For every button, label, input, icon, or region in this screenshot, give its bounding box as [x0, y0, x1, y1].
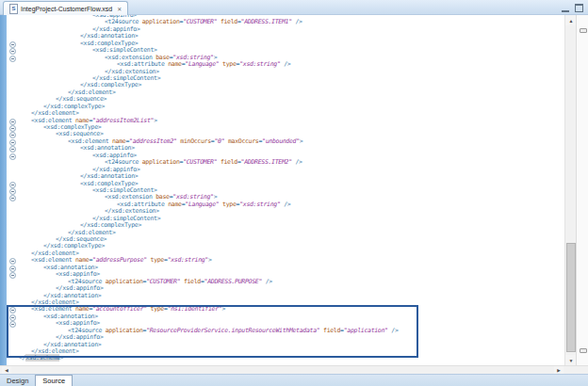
scroll-left-button[interactable]: ◀ [2, 366, 11, 374]
code-line[interactable]: <xsd:simpleContent> [0, 187, 564, 194]
code-line[interactable]: <xsd:simpleContent> [0, 47, 564, 54]
code-line[interactable]: </xsd:complexType> [0, 243, 564, 249]
scrollbar-thumb[interactable] [566, 243, 576, 352]
code-line[interactable]: </xsd:schema> [0, 355, 564, 362]
code-line[interactable]: <xsd:attribute name="Language" type="xsd… [0, 201, 564, 208]
scroll-down-icon: ▼ [569, 358, 574, 363]
code-line[interactable]: <xsd:annotation> [0, 145, 564, 152]
window-controls [562, 4, 583, 12]
code-line[interactable]: <xsd:complexType> [0, 181, 564, 187]
code-line[interactable]: <t24source application="CUSTOMER" field=… [0, 159, 564, 166]
bottom-tab-bar: Design Source [0, 374, 588, 386]
tab-source[interactable]: Source [35, 375, 73, 386]
code-line[interactable]: <xsd:attribute name="Language" type="xsd… [0, 61, 564, 68]
annotation-marker[interactable] [580, 28, 587, 33]
code-line[interactable]: </xsd:extension> [0, 69, 564, 75]
vertical-scrollbar[interactable]: ▲ ▼ [564, 15, 576, 365]
scroll-right-button[interactable]: ▶ [554, 366, 564, 374]
code-line[interactable]: <xsd:complexType> [0, 40, 564, 47]
code-line[interactable]: </xsd:element> [0, 348, 564, 355]
xsd-file-icon: S [9, 4, 18, 14]
maximize-icon[interactable] [575, 4, 583, 12]
scroll-left-icon: ◀ [5, 368, 8, 373]
xml-editor-window: S IntegProject-CustomerFlow.xsd ✕ <xsd:a… [0, 0, 588, 386]
code-line[interactable]: </xsd:complexType> [0, 104, 564, 110]
tab-title: IntegProject-CustomerFlow.xsd [21, 6, 112, 12]
horizontal-scrollbar[interactable]: ◀ ▶ [0, 365, 588, 374]
code-line[interactable]: <t24source application="CUSTOMER" field=… [0, 19, 564, 25]
close-icon[interactable]: ✕ [117, 6, 122, 12]
editor-area[interactable]: <xsd:appinfo><t24source application="CUS… [0, 15, 564, 365]
code-area[interactable]: <xsd:appinfo><t24source application="CUS… [0, 15, 564, 362]
overview-ruler [576, 15, 588, 365]
minimize-icon[interactable] [562, 4, 569, 12]
scroll-right-icon: ▶ [557, 368, 560, 373]
editor-tab-bar: S IntegProject-CustomerFlow.xsd ✕ [0, 0, 588, 15]
tab-design[interactable]: Design [0, 375, 35, 386]
code-line[interactable]: </xsd:annotation> [0, 293, 564, 299]
annotation-marker[interactable] [580, 348, 587, 353]
code-line[interactable]: </xsd:extension> [0, 208, 564, 215]
code-line[interactable]: </xsd:annotation> [0, 342, 564, 348]
scroll-up-icon: ▲ [569, 18, 574, 24]
editor-tab[interactable]: S IntegProject-CustomerFlow.xsd ✕ [3, 1, 128, 15]
